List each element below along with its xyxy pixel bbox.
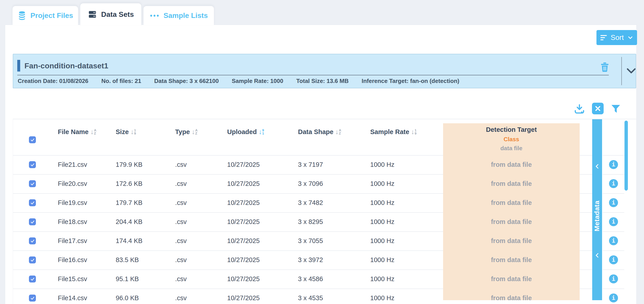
- row-info-icon[interactable]: i: [609, 160, 618, 169]
- dataset-meta-item: Data Shape: 3 x 662100: [154, 78, 219, 84]
- files-table: File Name↓AZSize↓19Type↓AZUploaded↓91Dat…: [13, 119, 636, 304]
- cell-detection-target: from data file: [443, 270, 580, 288]
- chevron-down-icon: [627, 34, 634, 41]
- dataset-meta-item: Total Size: 13.6 MB: [296, 78, 349, 84]
- row-separator: [603, 155, 624, 156]
- database-icon: [18, 11, 26, 21]
- table-scrollbar[interactable]: [624, 120, 628, 190]
- clear-selection-icon[interactable]: [592, 103, 604, 114]
- row-info-icon[interactable]: i: [609, 236, 618, 245]
- tab-sample-lists[interactable]: Sample Lists: [143, 6, 214, 25]
- row-separator: [603, 231, 624, 232]
- sort-label: Sort: [610, 34, 624, 42]
- download-icon[interactable]: [574, 103, 585, 115]
- filter-icon[interactable]: [610, 103, 621, 114]
- tab-data-sets[interactable]: Data Sets: [80, 3, 142, 25]
- row-separator: [603, 174, 624, 175]
- tab-label: Sample Lists: [164, 12, 208, 20]
- cell-detection-target: from data file: [443, 193, 580, 212]
- sort-button[interactable]: Sort: [596, 30, 637, 45]
- dataset-meta-item: Sample Rate: 1000: [232, 78, 283, 84]
- cell-detection-target: from data file: [443, 212, 580, 231]
- row-info-icon[interactable]: i: [609, 217, 618, 226]
- expand-dataset-chevron-icon[interactable]: [625, 64, 638, 77]
- cell-detection-target: from data file: [443, 174, 580, 193]
- tab-project-files[interactable]: Project Files: [12, 6, 78, 25]
- screen: Project Files Data Sets Sample Lists: [0, 0, 644, 304]
- dataset-meta-item: Creation Date: 01/08/2026: [18, 78, 88, 84]
- ellipsis-icon: [150, 13, 160, 18]
- row-separator: [603, 288, 624, 289]
- cell-detection-target: from data file: [443, 231, 580, 250]
- cell-detection-target: from data file: [443, 250, 580, 270]
- tab-label: Data Sets: [101, 10, 134, 18]
- dataset-title: Fan-condition-dataset1: [24, 60, 108, 72]
- dataset-card: Fan-condition-dataset1 Creation Date: 01…: [13, 54, 636, 88]
- dataset-meta-item: Inference Target: fan-on (detection): [362, 78, 460, 84]
- metadata-collapsed-panel[interactable]: Metadata: [592, 119, 602, 300]
- row-info-icon[interactable]: i: [609, 255, 618, 264]
- dataset-meta-item: No. of files: 21: [101, 78, 141, 84]
- delete-dataset-icon[interactable]: [600, 62, 610, 72]
- metadata-panel-label: Metadata: [593, 189, 601, 231]
- cell-detection-target: from data file: [443, 155, 580, 174]
- tab-label: Project Files: [30, 12, 73, 20]
- row-separator: [603, 212, 624, 213]
- chevron-left-icon[interactable]: [594, 252, 600, 259]
- card-divider-vertical: [621, 57, 622, 85]
- sort-lines-icon: [600, 34, 608, 41]
- cell-detection-target: from data file: [443, 288, 580, 304]
- row-separator: [603, 250, 624, 251]
- row-info-icon[interactable]: i: [609, 274, 618, 283]
- row-info-icon[interactable]: i: [609, 294, 618, 302]
- detection-target-class: Class: [443, 136, 580, 143]
- row-info-icon[interactable]: i: [609, 198, 618, 207]
- server-icon: [88, 10, 97, 19]
- detection-target-title: Detection Target: [443, 126, 580, 134]
- chevron-left-icon[interactable]: [594, 163, 600, 170]
- dataset-meta-row: Creation Date: 01/08/2026No. of files: 2…: [18, 78, 460, 84]
- detection-target-source: data file: [443, 145, 580, 152]
- row-info-icon[interactable]: i: [609, 179, 618, 188]
- card-divider-horizontal: [17, 75, 609, 75]
- row-separator: [603, 193, 624, 194]
- row-separator: [603, 270, 624, 270]
- dataset-accent-bar: [17, 60, 20, 72]
